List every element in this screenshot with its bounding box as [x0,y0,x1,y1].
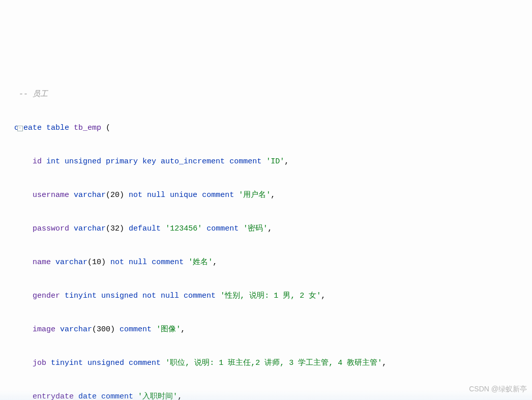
kw-comment: comment [120,325,152,334]
string: 'ID' [266,157,284,166]
type: varchar [60,325,92,334]
mods: not null unique [129,191,197,199]
type: tinyint unsigned [51,359,124,367]
code-line[interactable]: job tinyint unsigned comment '职位, 说明: 1 … [14,355,532,372]
string: '性别, 说明: 1 男, 2 女' [220,292,321,300]
mods: default [129,224,161,233]
args: (32) [106,224,124,233]
fold-gutter[interactable]: − [14,120,25,136]
args: (300) [92,325,115,334]
col-password: password [33,224,69,233]
kw-comment: comment [229,157,261,166]
args: (10) [87,258,106,267]
string: '图像' [156,325,181,334]
code-line[interactable]: password varchar(32) default '123456' co… [14,220,532,237]
col-name: name [33,258,51,267]
kw-comment: comment [202,191,234,199]
sql-comment: -- 员工 [19,90,48,99]
code-line[interactable]: entrydate date comment '入职时间', [14,388,532,400]
type: varchar [74,191,106,199]
table-name: tb_emp [74,124,101,132]
default-val: '123456' [165,224,202,233]
col-image: image [33,325,55,334]
string: '用户名' [239,191,271,199]
comma: , [181,325,185,334]
comma: , [382,359,387,367]
code-editor[interactable]: -- 员工 −create table tb_emp ( id int unsi… [0,69,532,400]
comma: , [321,292,326,300]
type: varchar [74,224,106,233]
string: '入职时间' [138,392,178,400]
string: '密码' [243,224,268,233]
col-gender: gender [33,292,60,300]
comma: , [271,191,275,199]
string: '姓名' [188,258,213,267]
kw-comment: comment [129,359,161,367]
fold-minus-icon[interactable]: − [17,126,23,131]
kw-comment: comment [152,258,184,267]
type: varchar [55,258,87,267]
code-line[interactable]: gender tinyint unsigned not null comment… [14,288,532,304]
code-line[interactable]: image varchar(300) comment '图像', [14,321,532,338]
col-username: username [33,191,69,199]
code-line[interactable]: −create table tb_emp ( [14,120,532,136]
kw-comment: comment [206,224,239,233]
mods: not null [110,258,147,267]
code-line[interactable]: id int unsigned primary key auto_increme… [14,153,532,170]
code-line[interactable]: name varchar(10) not null comment '姓名', [14,254,532,271]
code-line[interactable]: -- 员工 [14,86,532,103]
kw-comment: comment [184,292,216,300]
string: '职位, 说明: 1 班主任,2 讲师, 3 学工主管, 4 教研主管' [165,359,382,367]
col-job: job [33,359,46,367]
type: date [78,392,97,400]
type: tinyint unsigned not null [65,292,179,300]
comma: , [268,224,272,233]
type: int unsigned primary key auto_increment [46,157,225,166]
kw-comment: comment [101,392,133,400]
code-line[interactable]: username varchar(20) not null unique com… [14,187,532,204]
args: (20) [106,191,124,199]
col-id: id [33,157,42,166]
col-entrydate: entrydate [33,392,74,400]
comma: , [178,392,182,400]
comma: , [284,157,289,166]
comma: , [213,258,217,267]
paren-open: ( [106,124,110,132]
